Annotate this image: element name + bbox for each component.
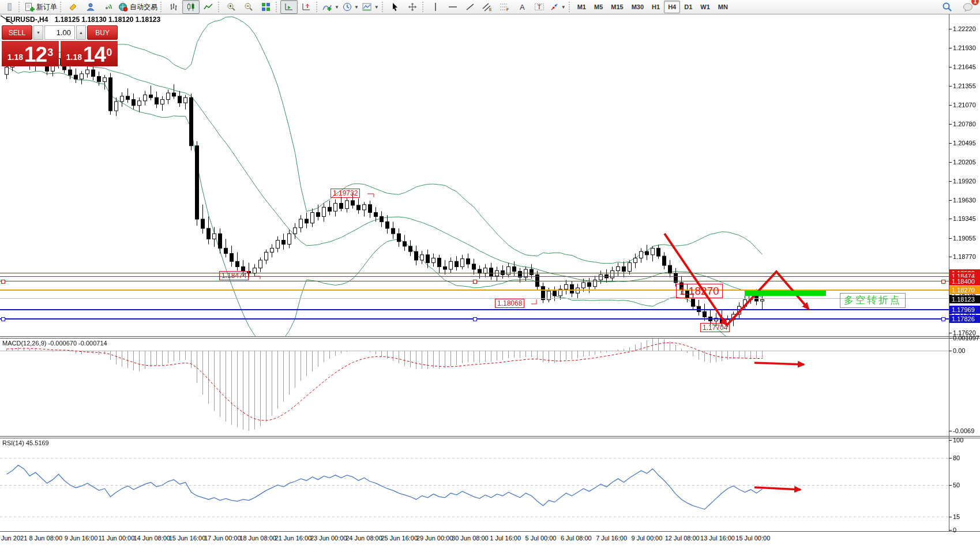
fibonacci-button[interactable]: F [496, 0, 513, 14]
search-button[interactable] [938, 0, 956, 14]
signal-icon [103, 2, 112, 12]
price-tick-label: 1.20780 [953, 120, 976, 128]
equidistant-channel-button[interactable]: E [479, 0, 496, 14]
price-callout-1.17704[interactable]: 1.17704 [700, 323, 730, 332]
price-callout-1.18474[interactable]: 1.18474 [219, 271, 249, 280]
price-callout-1.18270[interactable]: 1.18270 [676, 284, 723, 298]
time-label: 15 Jul 00:00 [735, 535, 770, 542]
volume-decrease-button[interactable]: ▼ [33, 25, 43, 40]
line-handle[interactable] [473, 280, 477, 284]
trader-icon [86, 2, 95, 12]
new-order-button[interactable]: 新订单 [23, 0, 59, 14]
text-button[interactable]: A [513, 0, 531, 14]
dropdown-arrow-icon: ▼ [561, 5, 566, 10]
price-tick-mark [949, 200, 952, 201]
line-handle[interactable] [1, 280, 5, 284]
sell-price-prefix: 1.18 [7, 50, 23, 65]
trader-button[interactable] [82, 0, 99, 14]
arrow-objects-icon [550, 2, 559, 12]
panel-border[interactable] [0, 336, 980, 337]
marketwatch-arrow-button[interactable] [65, 0, 82, 14]
toolbar-right: 1 [938, 0, 980, 14]
rsi-tick-label: 100 [953, 436, 963, 444]
hline-1.18474[interactable] [0, 276, 949, 277]
line-chart-button[interactable] [200, 0, 217, 14]
tile-windows-button[interactable] [257, 0, 275, 14]
line-handle[interactable] [1, 317, 5, 321]
price-callout-1.18068[interactable]: 1.18068 [495, 299, 524, 308]
price-tick-label: 1.19345 [953, 215, 976, 223]
hline-1.1814[interactable] [0, 298, 949, 299]
price-tick-label: 1.20495 [953, 139, 976, 147]
macd-canvas[interactable] [0, 338, 949, 436]
timeframe-h1[interactable]: H1 [648, 1, 664, 13]
price-tag-1.18400: 1.18400 [949, 277, 980, 285]
crosshair-button[interactable] [404, 0, 421, 14]
add-indicator-button[interactable]: ▼ [321, 0, 341, 14]
timeframe-m30[interactable]: M30 [628, 1, 648, 13]
price-tick-mark [949, 105, 952, 106]
chart-fragment-icon[interactable] [0, 0, 17, 14]
cursor-button[interactable] [386, 0, 404, 14]
notifications-button[interactable]: 1 [959, 0, 977, 14]
time-label: 8 Jun 08:00 [29, 535, 63, 542]
rsi-tick-label: 15 [953, 513, 960, 521]
timeframe-mn[interactable]: MN [714, 1, 732, 13]
volume-input[interactable]: 1.00 [44, 25, 75, 40]
line-handle[interactable] [941, 317, 945, 321]
sell-button[interactable]: SELL [2, 25, 32, 40]
sell-price-display[interactable]: 1.18 12 3 [2, 41, 59, 66]
autotrading-button[interactable]: 自动交易 [117, 0, 159, 14]
buy-button[interactable]: BUY [87, 25, 118, 40]
hline-1.1827[interactable] [0, 290, 949, 291]
rsi-canvas[interactable] [0, 438, 949, 531]
panel-border [0, 338, 980, 339]
horizontal-line-button[interactable] [444, 0, 461, 14]
timeframe-group: M1M5M15M30H1H4D1W1MN [573, 1, 732, 13]
timeframe-w1[interactable]: W1 [696, 1, 714, 13]
time-label: 5 Jul 00:00 [525, 535, 557, 542]
macd-tick-label: 0.001097 [953, 334, 979, 342]
volume-increase-button[interactable]: ▲ [76, 25, 86, 40]
arrow-objects-button[interactable]: ▼ [548, 0, 568, 14]
panel-border[interactable] [0, 436, 980, 437]
rsi-tick-mark [949, 517, 952, 517]
trendline-button[interactable] [461, 0, 479, 14]
timeframe-m15[interactable]: M15 [607, 1, 627, 13]
timeframe-d1[interactable]: D1 [680, 1, 696, 13]
svg-text:A: A [520, 3, 525, 12]
price-callout-1.19732[interactable]: 1.19732 [331, 189, 360, 198]
timeframe-m1[interactable]: M1 [573, 1, 590, 13]
line-handle[interactable] [473, 317, 477, 321]
bull-bear-turning-point-annotation[interactable]: 多空转折点 [840, 293, 906, 308]
sell-price-big: 12 [24, 45, 47, 65]
cursor-icon [391, 2, 400, 12]
bar-chart-button[interactable] [165, 0, 182, 14]
timeframe-h4[interactable]: H4 [664, 1, 680, 13]
signal-button[interactable] [99, 0, 117, 14]
text-label-button[interactable]: T [531, 0, 548, 14]
crosshair-icon [408, 2, 417, 12]
periods-button[interactable]: ▼ [341, 0, 361, 14]
price-tick-label: 1.21930 [953, 44, 976, 52]
candlestick-chart-button[interactable] [182, 0, 200, 14]
chart-shift-button[interactable] [298, 0, 315, 14]
price-tick-mark [949, 162, 952, 163]
price-tag-1.17826: 1.17826 [949, 315, 980, 323]
zoom-out-button[interactable] [240, 0, 257, 14]
auto-scroll-button[interactable] [280, 0, 298, 14]
template-button[interactable]: ▼ [361, 0, 381, 14]
buy-price-display[interactable]: 1.18 14 0 [61, 41, 118, 66]
hline-1.17969[interactable] [0, 309, 949, 310]
timeframe-m5[interactable]: M5 [590, 1, 607, 13]
price-chart-canvas[interactable] [0, 14, 949, 336]
price-tag-1.18123: 1.18123 [949, 295, 980, 303]
time-label: 9 Jun 16:00 [65, 535, 98, 542]
hline-1.18522[interactable] [0, 273, 949, 273]
toolbar-grip [316, 2, 320, 12]
zoom-in-button[interactable] [223, 0, 240, 14]
add-indicator-icon [322, 2, 332, 12]
macd-tick-mark [949, 338, 952, 339]
vertical-line-button[interactable] [427, 0, 444, 14]
line-handle[interactable] [941, 280, 945, 284]
